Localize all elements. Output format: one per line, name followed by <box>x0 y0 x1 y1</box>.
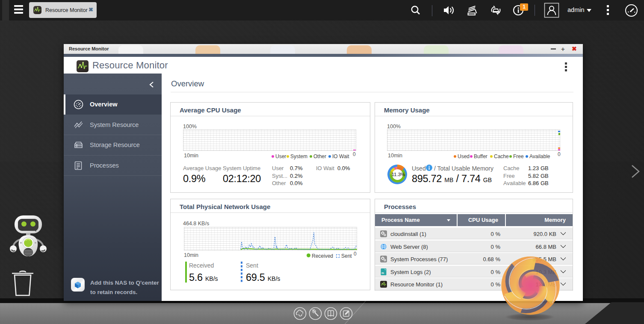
svg-text:LOG: LOG <box>382 272 385 274</box>
